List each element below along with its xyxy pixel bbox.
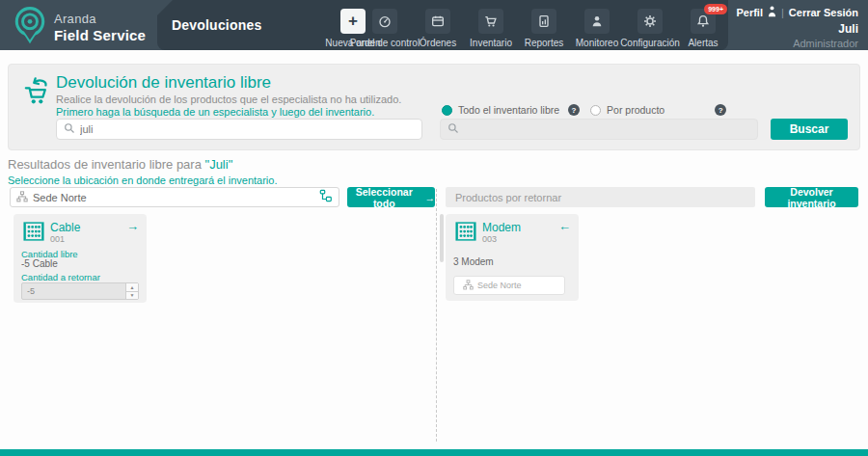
calendar-icon[interactable] <box>425 9 450 34</box>
alert-count-badge: 999+ <box>704 4 727 14</box>
gear-icon[interactable] <box>637 9 663 34</box>
nav-item-inventario[interactable]: Inventario <box>478 9 503 34</box>
profile-divider: | <box>781 7 784 18</box>
username-label: Juli <box>736 22 858 36</box>
select-all-button[interactable]: Seleccionar todo→ <box>347 187 435 207</box>
product-name: Modem <box>482 221 521 234</box>
nav-item-nueva-orden[interactable]: + Nueva orden <box>340 9 366 34</box>
column-divider <box>436 189 437 442</box>
location-input[interactable] <box>10 187 339 207</box>
product-search[interactable] <box>440 119 758 140</box>
move-left-arrow-icon[interactable]: ← <box>558 219 571 233</box>
role-label: Administrador <box>736 38 858 49</box>
search-icon <box>64 121 75 138</box>
qty-value: 3 Modem <box>453 256 494 267</box>
search-mode-radios: Todo el inventario libre ? Por producto … <box>442 104 726 116</box>
logout-link[interactable]: Cerrar Sesión <box>789 7 858 18</box>
page-title: Devoluciones <box>172 0 261 50</box>
results-title: Resultados de inventario libre para "Jul… <box>8 157 232 172</box>
productos-por-retornar-header: Productos por retornar <box>446 187 755 207</box>
person-icon[interactable] <box>584 9 610 34</box>
bell-icon[interactable]: 999+ <box>691 9 716 34</box>
qty-return-field: ▲ ▼ <box>21 282 139 300</box>
radio-por-producto[interactable] <box>590 105 601 116</box>
radio-todo-inventario[interactable] <box>442 105 452 116</box>
results-instruction: Seleccione la ubicación en donde entrega… <box>8 174 277 186</box>
cart-icon[interactable] <box>478 9 503 34</box>
spinner-down-icon[interactable]: ▼ <box>125 292 138 300</box>
main-nav: + Nueva orden Panel de control Órdenes <box>340 9 716 34</box>
location-value-input[interactable] <box>33 192 319 203</box>
qty-free-value: -5 Cable <box>21 258 58 269</box>
product-name: Cable <box>50 221 80 234</box>
buscar-button[interactable]: Buscar <box>771 119 848 140</box>
tree-select-icon[interactable] <box>319 189 333 206</box>
top-header: Aranda Field Service Devoluciones + Nuev… <box>0 0 868 50</box>
scrollbar-thumb[interactable] <box>440 214 444 262</box>
report-icon[interactable] <box>531 9 556 34</box>
devolucion-banner: Devolución de inventario libre Realice l… <box>8 64 860 150</box>
abacus-icon <box>22 221 45 246</box>
specialist-search-input[interactable] <box>80 123 415 135</box>
banner-instruction: Primero haga la búsqueda de un especiali… <box>56 106 374 118</box>
move-right-arrow-icon[interactable]: → <box>126 219 139 233</box>
banner-title: Devolución de inventario libre <box>56 73 271 93</box>
spinner-up-icon[interactable]: ▲ <box>125 283 138 292</box>
product-code: 003 <box>482 234 497 244</box>
abacus-icon <box>454 221 477 246</box>
nav-item-configuracion[interactable]: Configuración <box>637 9 663 34</box>
nav-item-reportes[interactable]: Reportes <box>531 9 556 34</box>
site-icon <box>16 189 28 206</box>
brand-logo[interactable]: Aranda Field Service <box>12 5 146 49</box>
card-location-value: Sede Norte <box>477 281 522 290</box>
header-panel: Devoluciones + Nueva orden Panel de cont… <box>157 0 728 50</box>
brand-name-bottom: Field Service <box>54 27 146 43</box>
logo-pin-icon <box>12 5 48 49</box>
qty-stepper: ▲ ▼ <box>125 283 138 299</box>
user-icon <box>768 6 776 19</box>
results-user: "Juli" <box>205 157 233 172</box>
gauge-icon[interactable] <box>372 9 397 34</box>
help-icon[interactable]: ? <box>568 104 580 116</box>
qty-return-label: Cantidad a retornar <box>21 272 100 282</box>
bottom-accent-bar <box>0 449 868 456</box>
nav-item-alertas[interactable]: 999+ Alertas <box>691 9 716 34</box>
profile-link[interactable]: Perfil <box>736 7 763 18</box>
arrow-right-icon: → <box>425 192 436 203</box>
nav-item-panel-de-control[interactable]: Panel de control <box>372 9 397 34</box>
banner-subtitle: Realice la devolución de los productos q… <box>56 94 401 105</box>
brand-name-top: Aranda <box>54 12 146 26</box>
nav-item-ordenes[interactable]: Órdenes <box>425 9 450 34</box>
site-icon <box>463 280 474 292</box>
product-code: 001 <box>50 234 65 244</box>
product-card-cable: Cable 001 → Cantidad libre -5 Cable Cant… <box>14 214 147 303</box>
product-card-modem: Modem 003 ← 3 Modem Sede Norte <box>446 214 579 301</box>
specialist-search[interactable] <box>56 119 422 140</box>
returns-cart-icon <box>22 77 53 110</box>
help-icon[interactable]: ? <box>715 104 726 116</box>
profile-block: Perfil | Cerrar Sesión Juli Administrado… <box>736 6 858 49</box>
card-location-field[interactable]: Sede Norte <box>453 276 565 295</box>
product-search-input[interactable] <box>464 123 750 135</box>
plus-icon[interactable]: + <box>340 9 366 34</box>
devolver-inventario-button[interactable]: Devolver inventario <box>765 187 858 207</box>
nav-item-monitoreo[interactable]: Monitoreo <box>584 9 610 34</box>
qty-return-input[interactable] <box>27 283 119 299</box>
search-icon <box>448 121 459 138</box>
devoluciones-page: Aranda Field Service Devoluciones + Nuev… <box>0 0 868 456</box>
